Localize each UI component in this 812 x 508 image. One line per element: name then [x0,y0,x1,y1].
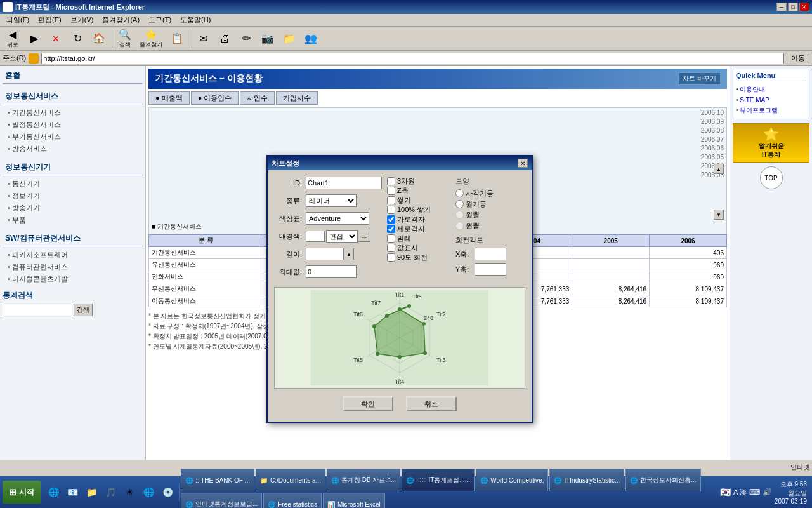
3d-checkbox[interactable] [387,177,395,185]
tray-flag: 🇰🇷 [720,487,731,497]
stack-checkbox[interactable] [387,196,395,204]
favorites-button[interactable]: ⭐ 즐겨찾기 [136,29,166,49]
quick-launch: 🌐 📧 📁 🎵 ☀ 🌐 💿 [42,483,180,501]
search-button[interactable]: 🔍 검색 [115,29,135,49]
mail-button[interactable]: ✉ [193,29,213,49]
z-checkbox[interactable] [387,187,395,195]
depth-input[interactable] [306,248,344,260]
x-label: X축: [455,250,475,259]
ql-extra-button[interactable]: 💿 [159,483,176,501]
edit-button[interactable]: ✏ [236,29,256,49]
ql-ie-button[interactable]: 🌐 [44,483,62,501]
checkbox-hgrid: 가로격자 [387,215,450,224]
maximize-button[interactable]: □ [788,3,798,11]
taskbar-item-internet[interactable]: 🌐 인터넷통계정보보급... [181,493,262,508]
color-select[interactable]: Adventure [306,212,369,225]
home-button[interactable]: 🏠 [89,29,109,49]
refresh-button[interactable]: ↻ [67,29,88,49]
hgrid-checkbox[interactable] [387,215,395,224]
radio-cone: 원뿔 [455,210,525,220]
taskbar-item-docs[interactable]: 📁 C:\Documents a... [256,469,325,491]
checkbox-vgrid: 세로격자 [387,224,450,234]
taskbar-item-world[interactable]: 🌐 World Competitive, [476,469,548,491]
taskbar-item-excel[interactable]: 📊 Microsoft Excel [323,493,385,508]
address-input[interactable] [41,53,784,64]
taskbar-item-free[interactable]: 🌐 Free statistics [263,493,322,508]
taskbar-item-itstat[interactable]: 🌐 :::::: IT통계포털...... [402,469,475,491]
ql-folder-button[interactable]: 📁 [82,483,100,501]
edit-icon: ✏ [242,32,251,44]
dialog-type-row: 종류: 레이더 막대 꺾은선 원형 [274,194,382,207]
stop-button[interactable]: ✕ [46,29,66,49]
taskbar-item-itindustry[interactable]: 🌐 ITIndustryStatistic... [549,469,624,491]
app-icon [3,2,13,12]
cancel-button[interactable]: 취소 [406,396,457,411]
forward-icon: ▶ [30,32,38,44]
shape-circle-label: 원뿔 [466,221,480,231]
close-button[interactable]: ✕ [799,3,809,11]
go-button[interactable]: 이동 [787,53,809,64]
start-label: 시작 [19,487,34,498]
dialog-max-row: 최대값: [274,265,382,278]
shape-cylinder-radio[interactable] [455,200,464,208]
taskbar-label-korea: 한국정보사회진흥... [640,476,696,485]
shape-cone-radio[interactable] [455,211,464,219]
start-button[interactable]: ⊞ 시작 [3,481,41,504]
back-button[interactable]: ◀ 뒤로 [3,29,23,49]
shape-square-radio[interactable] [455,189,464,197]
y-label: Y축: [455,265,475,274]
dialog-body: ID: 종류: 레이더 막대 꺾은선 원형 [268,170,532,422]
bg-select[interactable]: 편집 [326,230,358,243]
bg-more-button[interactable]: … [358,231,370,242]
dialog-chart-preview: Tit1 Tit2 Tit3 Tit4 Tit5 Tit6 Tit7 Tit8 … [274,287,525,389]
shape-circle-radio[interactable] [455,222,464,230]
values-label: 값표시 [397,243,418,253]
ql-ie2-button[interactable]: 🌐 [140,483,157,501]
menu-favorites[interactable]: 즐겨찾기(A) [98,14,143,26]
dialog-close-button[interactable]: ✕ [518,159,528,168]
confirm-button[interactable]: 확인 [343,396,393,411]
x-rotation-input[interactable] [475,248,506,260]
history-button[interactable]: 📋 [167,29,187,49]
taskbar-item-korea[interactable]: 🌐 한국정보사회진흥... [625,469,700,491]
data-point-7 [385,314,389,318]
minimize-button[interactable]: ─ [776,3,787,11]
taskbar-item-stats[interactable]: 🌐 통계청 DB 자료.h... [327,469,400,491]
dialog-titlebar: 차트설정 ✕ [268,156,532,170]
type-select[interactable]: 레이더 막대 꺾은선 원형 [306,194,357,207]
max-input[interactable] [306,265,357,278]
stack100-checkbox[interactable] [387,206,395,214]
menu-tools[interactable]: 도구(T) [145,14,175,26]
legend-checkbox[interactable] [387,234,395,243]
legend-label: 범례 [397,234,411,243]
print-button[interactable]: 🖨 [214,29,235,49]
rotation-section: 회전각도 X축: Y축: [455,236,525,276]
ql-media-button[interactable]: 🎵 [102,483,119,501]
taskbar-icon-free: 🌐 [268,501,275,508]
taskbar-icon-itstat: 🌐 [406,477,414,484]
y-rotation-input[interactable] [475,263,506,276]
taskbar-item-bank[interactable]: 🌐 :: THE BANK OF ... [181,469,254,491]
menu-file[interactable]: 파일(F) [3,14,33,26]
ql-outlook-button[interactable]: 📧 [63,483,81,501]
ql-sun-button[interactable]: ☀ [121,483,138,501]
address-icon [29,53,39,64]
vgrid-checkbox[interactable] [387,225,395,233]
id-input[interactable] [306,177,382,189]
values-checkbox[interactable] [387,244,395,252]
taskbar-icon-stats: 🌐 [331,477,339,484]
menu-edit[interactable]: 편집(E) [34,14,65,26]
users-button[interactable]: 👥 [301,29,321,49]
forward-button[interactable]: ▶ [24,29,44,49]
menu-help[interactable]: 도움말(H) [176,14,214,26]
rotate90-checkbox[interactable] [387,253,395,262]
capture-button[interactable]: 📷 [258,29,278,49]
print-icon: 🖨 [219,33,230,44]
folder-button[interactable]: 📁 [279,29,299,49]
checkbox-3d: 3차원 [387,177,450,186]
camera-icon: 📷 [261,32,274,44]
titlebar: IT통계포털 - Microsoft Internet Explorer ─ □… [0,0,812,14]
folder-icon: 📁 [283,32,296,44]
depth-up-btn[interactable]: ▲ [344,248,354,260]
menu-view[interactable]: 보기(V) [67,14,98,26]
